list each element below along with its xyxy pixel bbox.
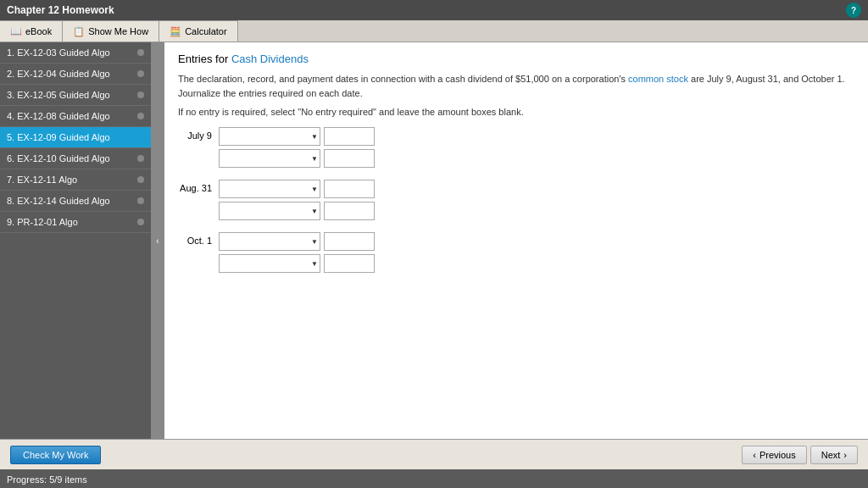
credit-input-oct1-2[interactable] xyxy=(324,254,375,273)
tab-bar: 📖 eBook 📋 Show Me How 🧮 Calculator xyxy=(0,20,868,42)
sidebar-dot-6 xyxy=(137,155,144,162)
journal-oct1: Oct. 1 xyxy=(178,232,854,273)
sidebar-dot-5 xyxy=(137,134,144,141)
entry-rows-july9 xyxy=(219,127,375,168)
account-select-wrapper-aug31-1 xyxy=(219,180,320,198)
tab-ebook[interactable]: 📖 eBook xyxy=(0,20,63,42)
ebook-icon: 📖 xyxy=(10,26,22,37)
show-me-how-icon: 📋 xyxy=(73,26,85,37)
sidebar-dot-4 xyxy=(137,113,144,119)
entry-row-oct1-2 xyxy=(219,254,375,273)
entry-row-aug31-2 xyxy=(219,202,375,220)
sidebar-dot-8 xyxy=(137,197,144,204)
sidebar-item-6[interactable]: 6. EX-12-10 Guided Algo xyxy=(0,148,151,169)
entry-rows-oct1 xyxy=(219,232,375,273)
progress-label: Check My Work xyxy=(10,446,101,464)
sidebar: 1. EX-12-03 Guided Algo 2. EX-12-04 Guid… xyxy=(0,42,151,439)
nav-buttons: ‹ Previous Next › xyxy=(742,446,858,464)
sidebar-item-1[interactable]: 1. EX-12-03 Guided Algo xyxy=(0,42,151,64)
app-title: Chapter 12 Homework xyxy=(7,4,114,16)
debit-input-oct1-1[interactable] xyxy=(324,232,375,251)
sidebar-item-7[interactable]: 7. EX-12-11 Algo xyxy=(0,169,151,191)
tab-calculator[interactable]: 🧮 Calculator xyxy=(159,20,238,42)
entry-row-july9-1 xyxy=(219,127,375,146)
previous-chevron-icon: ‹ xyxy=(753,450,756,460)
credit-input-aug31-2[interactable] xyxy=(324,202,375,220)
sidebar-collapse-button[interactable]: ‹ xyxy=(151,42,164,439)
account-select-wrapper-oct1-2 xyxy=(219,254,320,273)
account-select-aug31-1[interactable] xyxy=(219,180,320,198)
sidebar-dot-9 xyxy=(137,219,144,225)
sidebar-item-8[interactable]: 8. EX-12-14 Guided Algo xyxy=(0,191,151,212)
next-button[interactable]: Next › xyxy=(810,446,858,464)
journal-section: July 9 xyxy=(178,127,854,273)
debit-input-july9-1[interactable] xyxy=(324,127,375,146)
previous-button[interactable]: ‹ Previous xyxy=(742,446,806,464)
next-chevron-icon: › xyxy=(843,450,847,460)
journal-july9: July 9 xyxy=(178,127,854,168)
account-select-wrapper-july9-2 xyxy=(219,149,320,168)
entry-row-july9-2 xyxy=(219,149,375,168)
account-select-aug31-2[interactable] xyxy=(219,202,320,220)
problem-description: The declaration, record, and payment dat… xyxy=(178,72,854,100)
sidebar-item-5[interactable]: 5. EX-12-09 Guided Algo xyxy=(0,127,151,148)
sidebar-item-2[interactable]: 2. EX-12-04 Guided Algo xyxy=(0,64,151,85)
account-select-oct1-2[interactable] xyxy=(219,254,320,273)
tab-show-me-how[interactable]: 📋 Show Me How xyxy=(63,20,159,42)
debit-input-aug31-1[interactable] xyxy=(324,180,375,198)
date-oct1: Oct. 1 xyxy=(178,232,212,246)
bottom-bar: Check My Work ‹ Previous Next › xyxy=(0,439,868,469)
common-stock-link[interactable]: common stock xyxy=(628,74,688,84)
calculator-icon: 🧮 xyxy=(170,26,181,37)
entry-rows-aug31 xyxy=(219,180,375,220)
cash-dividends-link[interactable]: Cash Dividends xyxy=(231,53,309,65)
sidebar-item-9[interactable]: 9. PR-12-01 Algo xyxy=(0,212,151,233)
sidebar-dot-7 xyxy=(137,176,144,183)
sidebar-dot-2 xyxy=(137,70,144,77)
account-select-july9-2[interactable] xyxy=(219,149,320,168)
account-select-oct1-1[interactable] xyxy=(219,232,320,251)
entry-row-aug31-1 xyxy=(219,180,375,198)
date-july9: July 9 xyxy=(178,127,212,141)
credit-input-july9-2[interactable] xyxy=(324,149,375,168)
account-select-wrapper-july9-1 xyxy=(219,127,320,146)
no-entry-note: If no entry is required, select "No entr… xyxy=(178,107,854,117)
sidebar-dot-1 xyxy=(137,49,144,56)
account-select-wrapper-oct1-1 xyxy=(219,232,320,251)
window-controls[interactable]: ? xyxy=(846,3,861,18)
entry-title: Entries for Cash Dividends xyxy=(178,53,854,65)
journal-aug31: Aug. 31 xyxy=(178,180,854,220)
main-layout: 1. EX-12-03 Guided Algo 2. EX-12-04 Guid… xyxy=(0,42,868,439)
sidebar-item-3[interactable]: 3. EX-12-05 Guided Algo xyxy=(0,85,151,106)
account-select-july9-1[interactable] xyxy=(219,127,320,146)
sidebar-dot-3 xyxy=(137,92,144,98)
date-aug31: Aug. 31 xyxy=(178,180,212,193)
sidebar-item-4[interactable]: 4. EX-12-08 Guided Algo xyxy=(0,106,151,127)
content-area: Entries for Cash Dividends The declarati… xyxy=(164,42,868,439)
progress-bar: Progress: 5/9 items xyxy=(0,469,868,488)
title-bar: Chapter 12 Homework ? xyxy=(0,0,868,20)
check-my-work-button[interactable]: Check My Work xyxy=(10,446,101,464)
account-select-wrapper-aug31-2 xyxy=(219,202,320,220)
entry-row-oct1-1 xyxy=(219,232,375,251)
